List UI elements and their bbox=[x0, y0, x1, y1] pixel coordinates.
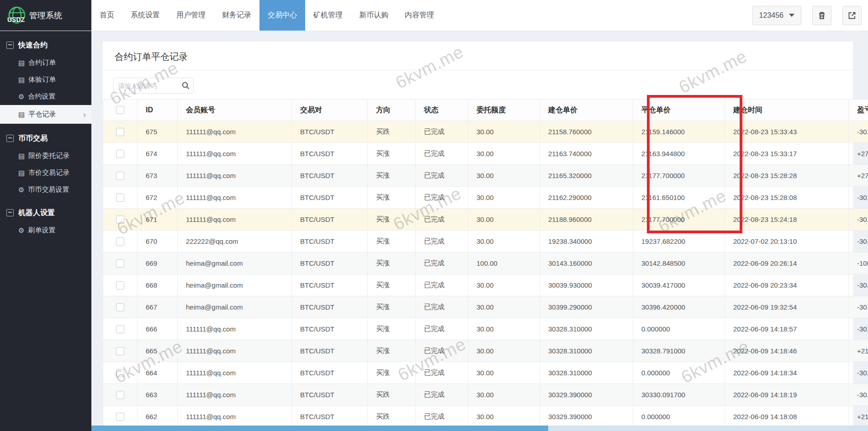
cell-id: 668 bbox=[138, 274, 178, 296]
cell-open-price: 30328.310000 bbox=[540, 318, 633, 340]
row-checkbox-cell bbox=[103, 340, 138, 362]
column-header: 委托额度 bbox=[468, 100, 540, 121]
sidebar-item-contract-orders[interactable]: ▤合约订单 bbox=[0, 54, 91, 71]
table-row: 671111111@qq.comBTC/USDT买涨已完成30.0021188.… bbox=[103, 209, 868, 231]
cell-open-price: 30039.930000 bbox=[540, 274, 633, 296]
row-checkbox-cell bbox=[103, 187, 138, 209]
sidebar-item-contract-settings[interactable]: ⚙合约设置 bbox=[0, 88, 91, 105]
horizontal-scrollbar[interactable] bbox=[91, 426, 868, 431]
cell-open-time: 2022-08-23 15:33:17 bbox=[725, 143, 849, 165]
table-row: 666111111@qq.comBTC/USDT买涨已完成30.0030328.… bbox=[103, 318, 868, 340]
search-icon[interactable] bbox=[178, 82, 193, 89]
section-coin-trade-header[interactable]: 币币交易 bbox=[0, 129, 91, 147]
row-checkbox-cell bbox=[103, 362, 138, 384]
cell-direction: 买涨 bbox=[368, 143, 416, 165]
cell-account: 111111@qq.com bbox=[178, 406, 292, 428]
account-select[interactable]: 123456 bbox=[752, 6, 801, 25]
column-header: 盈亏金额 bbox=[849, 100, 868, 121]
row-checkbox[interactable] bbox=[116, 216, 124, 224]
row-checkbox[interactable] bbox=[116, 150, 124, 158]
cell-direction: 买涨 bbox=[368, 165, 416, 187]
cell-direction: 买涨 bbox=[368, 274, 416, 296]
invite-code-search-input[interactable] bbox=[114, 82, 178, 90]
cell-account: 222222@qq.com bbox=[178, 231, 292, 252]
table-header-row: ID会员账号交易对方向状态委托额度建仓单价平仓单价建仓时间盈亏金额 bbox=[103, 100, 868, 121]
cell-pair: BTC/USDT bbox=[292, 318, 368, 340]
top-controls: 123456 bbox=[752, 0, 868, 31]
row-checkbox[interactable] bbox=[116, 369, 124, 377]
sidebar-item-close-position-records[interactable]: ▤平仓记录› bbox=[0, 105, 91, 124]
select-all-checkbox[interactable] bbox=[116, 106, 124, 114]
nav-finance-records[interactable]: 财务记录 bbox=[214, 0, 259, 31]
cell-status: 已完成 bbox=[416, 252, 468, 274]
section-robot-settings-header[interactable]: 机器人设置 bbox=[0, 204, 91, 222]
cell-direction: 买涨 bbox=[368, 362, 416, 384]
nav-content-management[interactable]: 内容管理 bbox=[397, 0, 442, 31]
trash-button[interactable] bbox=[812, 6, 831, 25]
cell-status: 已完成 bbox=[416, 209, 468, 231]
collapse-icon bbox=[6, 42, 14, 49]
title-divider bbox=[103, 70, 853, 70]
admin-app: USDZ 管理系统 首页系统设置用户管理财务记录交易中心矿机管理新币认购内容管理… bbox=[0, 0, 868, 431]
collapse-icon bbox=[6, 209, 14, 216]
column-header: 建仓时间 bbox=[725, 100, 849, 121]
row-checkbox[interactable] bbox=[116, 303, 124, 311]
row-checkbox[interactable] bbox=[116, 172, 124, 180]
cell-status: 已完成 bbox=[416, 362, 468, 384]
cell-open-price: 30329.390000 bbox=[540, 406, 633, 428]
cell-pnl: -30.000000 bbox=[849, 274, 868, 296]
row-checkbox[interactable] bbox=[116, 259, 124, 268]
row-checkbox[interactable] bbox=[116, 325, 124, 333]
cell-account: 111111@qq.com bbox=[178, 165, 292, 187]
nav-new-coin-subscription[interactable]: 新币认购 bbox=[351, 0, 397, 31]
app-title: 管理系统 bbox=[29, 10, 62, 21]
sidebar-item-limit-order-records[interactable]: ▤限价委托记录 bbox=[0, 147, 91, 164]
cell-open-time: 2022-06-09 14:18:19 bbox=[725, 384, 849, 406]
nav-user-management[interactable]: 用户管理 bbox=[168, 0, 214, 31]
sidebar-item-coin-trade-settings[interactable]: ⚙币币交易设置 bbox=[0, 181, 91, 198]
nav-system-settings[interactable]: 系统设置 bbox=[122, 0, 168, 31]
sidebar-item-label: 体验订单 bbox=[28, 75, 56, 84]
cell-open-time: 2022-06-09 14:18:46 bbox=[725, 340, 849, 362]
cell-status: 已完成 bbox=[416, 384, 468, 406]
sidebar-item-brush-order-settings[interactable]: ⚙刷单设置 bbox=[0, 222, 91, 239]
cell-pnl: -30.000000 bbox=[849, 318, 868, 340]
row-checkbox[interactable] bbox=[116, 281, 124, 289]
gear-icon: ⚙ bbox=[18, 186, 24, 193]
column-header: 交易对 bbox=[292, 100, 368, 121]
cell-close-price: 21177.700000 bbox=[633, 209, 725, 231]
nav-home[interactable]: 首页 bbox=[91, 0, 122, 31]
sidebar-item-label: 合约设置 bbox=[28, 92, 55, 101]
section-robot-settings: 机器人设置⚙刷单设置 bbox=[0, 204, 91, 239]
cell-close-price: 0.000000 bbox=[633, 318, 725, 340]
table-row: 668heima@gmail.comBTC/USDT买涨已完成30.003003… bbox=[103, 274, 868, 296]
sidebar-item-trial-orders[interactable]: ▤体验订单 bbox=[0, 71, 91, 88]
table-row: 664111111@qq.comBTC/USDT买涨已完成30.0030328.… bbox=[103, 362, 868, 384]
row-checkbox[interactable] bbox=[116, 237, 124, 246]
cell-account: 111111@qq.com bbox=[178, 362, 292, 384]
row-checkbox[interactable] bbox=[116, 194, 124, 202]
cell-status: 已完成 bbox=[416, 406, 468, 428]
cell-account: 111111@qq.com bbox=[178, 143, 292, 165]
cell-status: 已完成 bbox=[416, 318, 468, 340]
scrollbar-thumb[interactable] bbox=[91, 426, 548, 431]
cell-id: 672 bbox=[138, 187, 178, 209]
cell-pair: BTC/USDT bbox=[292, 165, 368, 187]
section-quick-contract-header[interactable]: 快速合约 bbox=[0, 36, 91, 54]
row-checkbox[interactable] bbox=[116, 391, 124, 399]
row-checkbox[interactable] bbox=[116, 128, 124, 136]
top-nav: 首页系统设置用户管理财务记录交易中心矿机管理新币认购内容管理 bbox=[91, 0, 442, 31]
sidebar-item-market-trade-records[interactable]: ▤市价交易记录 bbox=[0, 164, 91, 181]
logout-button[interactable] bbox=[842, 6, 862, 25]
cell-amount: 30.00 bbox=[468, 165, 540, 187]
doc-icon: ▤ bbox=[18, 169, 25, 176]
cell-direction: 买涨 bbox=[368, 187, 416, 209]
cell-account: 111111@qq.com bbox=[178, 384, 292, 406]
row-checkbox[interactable] bbox=[116, 413, 124, 421]
row-checkbox[interactable] bbox=[116, 347, 124, 355]
cell-pnl: +27.000000 bbox=[849, 165, 868, 187]
nav-trade-center[interactable]: 交易中心 bbox=[259, 0, 305, 31]
cell-status: 已完成 bbox=[416, 340, 468, 362]
nav-miner-management[interactable]: 矿机管理 bbox=[305, 0, 351, 31]
cell-pnl: -30.000000 bbox=[849, 187, 868, 209]
